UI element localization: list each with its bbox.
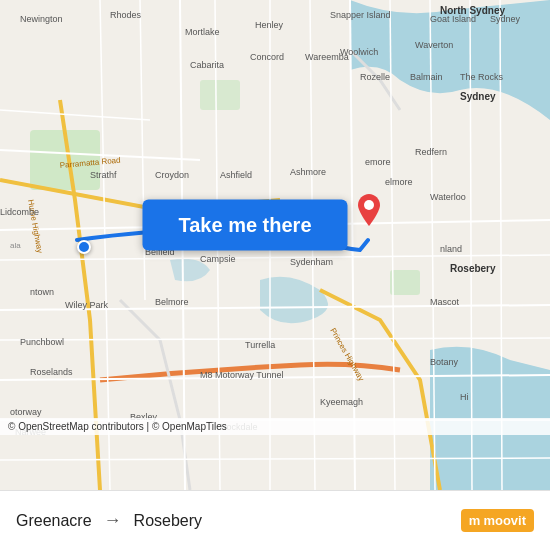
svg-point-75 xyxy=(364,200,374,210)
svg-text:nland: nland xyxy=(440,244,462,254)
origin-marker xyxy=(77,240,91,254)
svg-text:Wiley Park: Wiley Park xyxy=(65,300,109,310)
svg-text:M8 Motorway Tunnel: M8 Motorway Tunnel xyxy=(200,370,284,380)
moovit-logo: m moovit xyxy=(461,509,534,532)
svg-text:North Sydney: North Sydney xyxy=(440,5,505,16)
svg-text:otorway: otorway xyxy=(10,407,42,417)
bottom-bar: Greenacre → Rosebery m moovit xyxy=(0,490,550,550)
svg-text:Roselands: Roselands xyxy=(30,367,73,377)
svg-text:Balmain: Balmain xyxy=(410,72,443,82)
svg-text:ntown: ntown xyxy=(30,287,54,297)
svg-text:Campsie: Campsie xyxy=(200,254,236,264)
svg-text:Concord: Concord xyxy=(250,52,284,62)
svg-text:Ashfield: Ashfield xyxy=(220,170,252,180)
svg-text:ala: ala xyxy=(10,241,21,250)
moovit-text: moovit xyxy=(483,513,526,528)
svg-text:Hi: Hi xyxy=(460,392,469,402)
svg-text:Botany: Botany xyxy=(430,357,459,367)
svg-text:Rhodes: Rhodes xyxy=(110,10,142,20)
svg-text:Lidcombe: Lidcombe xyxy=(0,207,39,217)
svg-text:Wareemba: Wareemba xyxy=(305,52,349,62)
svg-text:Turrella: Turrella xyxy=(245,340,275,350)
svg-text:Redfern: Redfern xyxy=(415,147,447,157)
svg-text:Belmore: Belmore xyxy=(155,297,189,307)
map-container: Newington Rhodes Mortlake Henley Snapper… xyxy=(0,0,550,490)
destination-label: Rosebery xyxy=(134,512,202,530)
destination-pin xyxy=(358,194,380,230)
svg-text:Strathf: Strathf xyxy=(90,170,117,180)
svg-text:Newington: Newington xyxy=(20,14,63,24)
moovit-badge: m moovit xyxy=(461,509,534,532)
svg-text:Kyeemagh: Kyeemagh xyxy=(320,397,363,407)
svg-text:Mascot: Mascot xyxy=(430,297,460,307)
svg-text:emore: emore xyxy=(365,157,391,167)
svg-text:Rozelle: Rozelle xyxy=(360,72,390,82)
svg-text:Rosebery: Rosebery xyxy=(450,263,496,274)
svg-text:Snapper Island: Snapper Island xyxy=(330,10,391,20)
svg-text:Henley: Henley xyxy=(255,20,284,30)
moovit-m-icon: m xyxy=(469,513,481,528)
svg-rect-2 xyxy=(390,270,420,295)
arrow-icon: → xyxy=(104,510,122,531)
svg-text:Sydenham: Sydenham xyxy=(290,257,333,267)
svg-text:Waterloo: Waterloo xyxy=(430,192,466,202)
svg-text:Waverton: Waverton xyxy=(415,40,453,50)
svg-text:Cabarita: Cabarita xyxy=(190,60,224,70)
svg-text:elmore: elmore xyxy=(385,177,413,187)
origin-label: Greenacre xyxy=(16,512,92,530)
svg-text:The Rocks: The Rocks xyxy=(460,72,504,82)
take-me-there-button[interactable]: Take me there xyxy=(142,200,347,251)
svg-text:Mortlake: Mortlake xyxy=(185,27,220,37)
svg-text:Ashmore: Ashmore xyxy=(290,167,326,177)
svg-rect-3 xyxy=(200,80,240,110)
svg-text:Punchbowl: Punchbowl xyxy=(20,337,64,347)
map-attribution: © OpenStreetMap contributors | © OpenMap… xyxy=(0,418,550,435)
svg-text:Sydney: Sydney xyxy=(460,91,496,102)
svg-text:Croydon: Croydon xyxy=(155,170,189,180)
